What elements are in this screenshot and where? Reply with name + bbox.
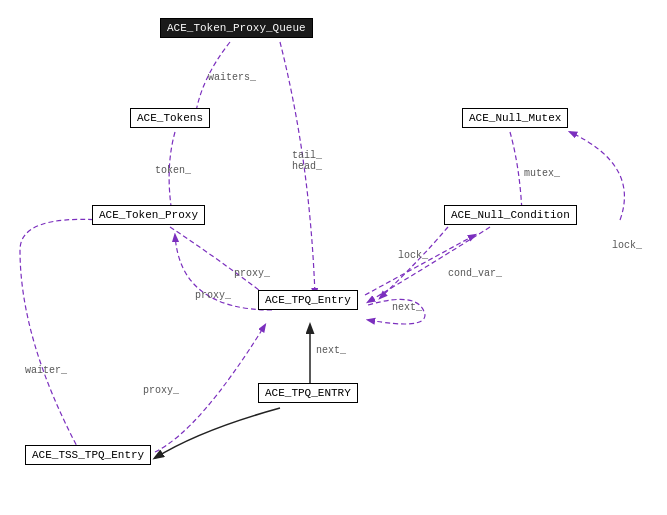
node-token-proxy-queue: ACE_Token_Proxy_Queue <box>160 18 313 38</box>
node-ace-tpq-entry: ACE_TPQ_Entry <box>258 290 358 310</box>
label-tail-head: tail_ head_ <box>292 150 322 172</box>
label-next-self: next_ <box>392 302 422 313</box>
label-cond-var-right: cond_var_ <box>448 268 502 279</box>
label-lock-left: lock_ <box>398 250 428 261</box>
label-waiter: waiter_ <box>25 365 67 376</box>
node-ace-tpq-entry-macro: ACE_TPQ_ENTRY <box>258 383 358 403</box>
node-ace-null-mutex: ACE_Null_Mutex <box>462 108 568 128</box>
diagram-svg <box>0 0 667 515</box>
label-proxy-back: proxy_ <box>195 290 231 301</box>
label-waiters: waiters_ <box>208 72 256 83</box>
label-lock-right: lock_ <box>612 240 642 251</box>
label-mutex: mutex_ <box>524 168 560 179</box>
diagram-container: ACE_Token_Proxy_Queue ACE_Tokens ACE_Nul… <box>0 0 667 515</box>
node-ace-token-proxy: ACE_Token_Proxy <box>92 205 205 225</box>
node-ace-null-condition: ACE_Null_Condition <box>444 205 577 225</box>
label-next-entry: next_ <box>316 345 346 356</box>
label-proxy-tpq: proxy_ <box>234 268 270 279</box>
label-proxy-tss: proxy_ <box>143 385 179 396</box>
node-ace-tokens: ACE_Tokens <box>130 108 210 128</box>
node-ace-tss-tpq-entry: ACE_TSS_TPQ_Entry <box>25 445 151 465</box>
label-token: token_ <box>155 165 191 176</box>
